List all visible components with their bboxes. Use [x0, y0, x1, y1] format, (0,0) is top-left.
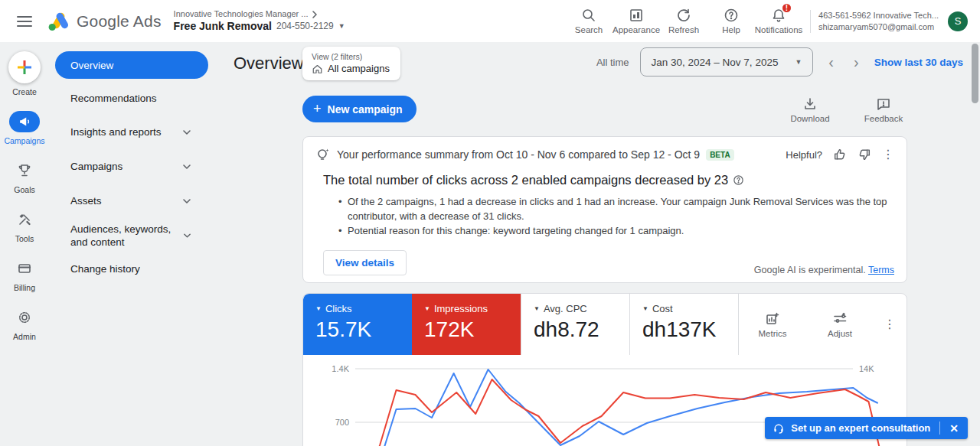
subnav-item-overview[interactable]: Overview [55, 51, 208, 79]
info-icon[interactable] [733, 174, 744, 186]
appearance-button[interactable]: Appearance [612, 8, 660, 34]
help-button[interactable]: Help [707, 8, 755, 34]
ai-insight-bulb-icon [315, 147, 331, 162]
filter-chip[interactable]: View (2 filters) All campaigns [302, 47, 400, 80]
summary-bullet: Potential reason for this change: keywor… [338, 224, 894, 239]
avatar[interactable]: S [948, 11, 968, 31]
date-range-value: Jan 30, 2024 – Nov 7, 2025 [652, 57, 779, 68]
summary-title: Your performance summary from Oct 10 - N… [337, 148, 700, 161]
svg-text:14K: 14K [859, 364, 874, 373]
breadcrumb-manager[interactable]: Innovative Technologies Manager ... [174, 9, 309, 20]
beta-badge: BETA [706, 149, 733, 161]
subnav-item-insights[interactable]: Insights and reports [55, 125, 208, 138]
subnav-item-audiences[interactable]: Audiences, keywords, and content [55, 223, 208, 249]
subnav-item-assets[interactable]: Assets [55, 194, 208, 207]
subnav-change-history-label: Change history [70, 262, 140, 275]
notifications-button[interactable]: ! Notifications [755, 8, 802, 34]
feedback-label: Feedback [864, 114, 903, 123]
google-ads-logo: Google Ads [47, 11, 162, 32]
rail-item-billing[interactable]: Billing [9, 258, 40, 292]
profile-email: shizamaryam5070@gmail.com [818, 21, 939, 33]
appearance-label: Appearance [612, 25, 660, 34]
view-details-button[interactable]: View details [323, 250, 407, 275]
chevron-down-icon: ▼ [795, 58, 802, 66]
create-plus-icon [15, 58, 34, 77]
metric-tile-clicks[interactable]: ▼Clicks 15.7K [303, 294, 412, 355]
thumbs-down-icon[interactable] [858, 148, 871, 161]
appearance-icon [629, 8, 644, 23]
topbar-divider [810, 10, 811, 33]
filter-chip-scope: All campaigns [328, 63, 390, 74]
terms-link[interactable]: Terms [868, 265, 894, 275]
top-bar: Google Ads Innovative Technologies Manag… [0, 0, 980, 42]
chevron-down-icon: ▼ [642, 305, 648, 312]
home-icon [312, 63, 323, 74]
new-campaign-button[interactable]: + New campaign [302, 96, 416, 122]
svg-text:700: 700 [335, 418, 349, 427]
chevron-right-icon [312, 11, 318, 18]
google-ads-logo-icon [47, 11, 70, 32]
refresh-button[interactable]: Refresh [660, 8, 707, 34]
chevron-down-icon[interactable]: ▼ [338, 22, 345, 31]
subnav-item-recommendations[interactable]: Recommendations [55, 92, 208, 105]
close-icon[interactable]: ✕ [940, 422, 968, 435]
create-button[interactable] [8, 51, 41, 83]
subnav-recommendations-label: Recommendations [70, 92, 157, 105]
create-label: Create [12, 87, 37, 96]
metric-tile-cost[interactable]: ▼Cost dh137K [629, 294, 738, 355]
billing-card-icon [17, 261, 32, 276]
subnav-overview-label: Overview [70, 60, 113, 71]
helpful-label: Helpful? [786, 149, 822, 161]
impressions-value: 172K [424, 317, 521, 342]
rail-item-goals[interactable]: Goals [9, 160, 40, 194]
campaigns-megaphone-icon [18, 115, 31, 129]
search-button[interactable]: Search [565, 8, 612, 34]
consultation-banner-label[interactable]: Set up an expert consultation [785, 422, 939, 434]
expert-consultation-banner: Set up an expert consultation ✕ [765, 417, 968, 439]
chevron-down-icon: ▼ [315, 305, 322, 312]
metric-tile-avg-cpc[interactable]: ▼Avg. CPC dh8.72 [521, 294, 629, 355]
page-title: Overview [234, 54, 304, 73]
avg-cpc-label: Avg. CPC [544, 303, 587, 314]
performance-summary-card: Your performance summary from Oct 10 - N… [302, 136, 907, 283]
profile-info[interactable]: 463-561-5962 Innovative Tech... shizamar… [818, 10, 939, 33]
rail-campaigns-label: Campaigns [4, 136, 44, 145]
rail-item-admin[interactable]: Admin [9, 307, 40, 341]
chevron-down-icon [182, 129, 191, 135]
date-range-picker[interactable]: Jan 30, 2024 – Nov 7, 2025 ▼ [640, 47, 814, 77]
next-period-button[interactable]: › [849, 54, 864, 71]
feedback-button[interactable]: Feedback [860, 96, 907, 123]
rail-admin-label: Admin [13, 332, 36, 341]
download-button[interactable]: Download [786, 96, 834, 123]
vertical-scrollbar[interactable] [972, 44, 978, 103]
subnav-item-change-history[interactable]: Change history [55, 262, 208, 275]
summary-headline: The total number of clicks across 2 enab… [323, 173, 728, 187]
metrics-button[interactable]: Metrics [749, 311, 796, 338]
chevron-down-icon: ▼ [534, 305, 540, 312]
adjust-button[interactable]: Adjust [816, 311, 864, 338]
thumbs-up-icon[interactable] [833, 148, 847, 161]
filter-chip-view: View (2 filters) [312, 52, 390, 61]
left-rail: Create Campaigns Goals Tools [0, 42, 49, 341]
plus-icon: + [313, 101, 322, 117]
breadcrumb-account-name[interactable]: Free Junk Removal [174, 20, 272, 34]
rail-item-campaigns[interactable]: Campaigns [4, 111, 44, 145]
summary-bullet: Of the 2 campaigns, 1 had a decrease in … [338, 195, 894, 224]
subnav-assets-label: Assets [70, 194, 102, 207]
help-icon [724, 8, 739, 23]
cost-value: dh137K [642, 317, 738, 342]
summary-overflow-menu-icon[interactable]: ⋮ [882, 151, 894, 158]
show-last-30-days-link[interactable]: Show last 30 days [874, 57, 963, 68]
chart-overflow-menu-icon[interactable]: ⋮ [884, 321, 896, 328]
rail-item-tools[interactable]: Tools [9, 209, 40, 243]
metric-tile-impressions[interactable]: ▼Impressions 172K [412, 294, 521, 355]
previous-period-button[interactable]: ‹ [824, 54, 838, 71]
impressions-label: Impressions [434, 303, 488, 314]
svg-text:1.4K: 1.4K [332, 364, 349, 373]
subnav-campaigns-label: Campaigns [70, 160, 122, 173]
subnav-item-campaigns[interactable]: Campaigns [55, 160, 208, 173]
menu-icon[interactable] [17, 16, 32, 27]
clicks-value: 15.7K [315, 317, 412, 342]
goals-trophy-icon [17, 163, 32, 178]
download-icon [802, 96, 818, 112]
